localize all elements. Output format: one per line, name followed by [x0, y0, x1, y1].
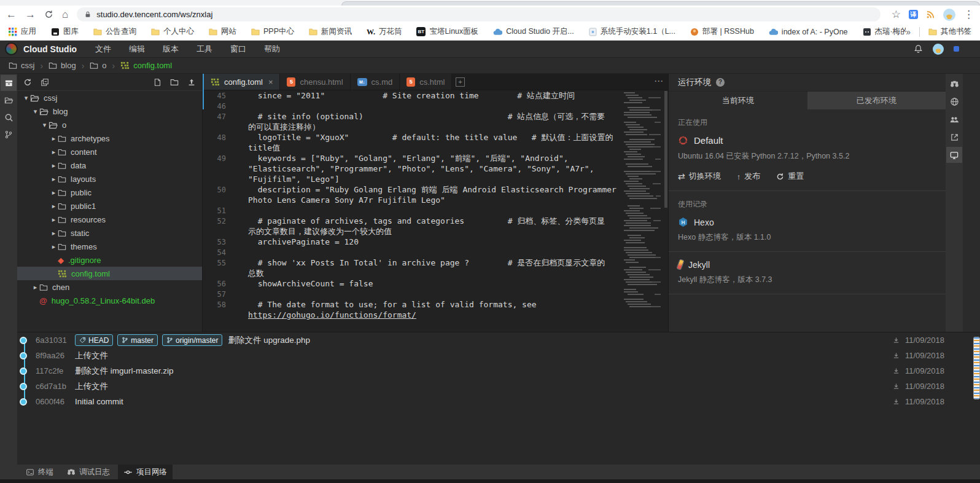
tree-item-hugo_0.58.2_Linux-64bit.deb[interactable]: @hugo_0.58.2_Linux-64bit.deb: [17, 294, 202, 307]
new-file-icon[interactable]: [154, 78, 161, 87]
bookmark-item[interactable]: 应用: [9, 26, 36, 37]
bookmark-item[interactable]: Cloud Studio 开启...: [493, 26, 574, 37]
statusbar-调试日志[interactable]: 调试日志: [61, 465, 115, 479]
tree-item-archetypes[interactable]: ▸archetypes: [17, 132, 202, 145]
menu-窗口[interactable]: 窗口: [230, 44, 246, 55]
env-action-切换环境[interactable]: ⇄切换环境: [678, 171, 721, 182]
menu-版本[interactable]: 版本: [163, 44, 179, 55]
new-tab-button[interactable]: +: [452, 74, 468, 90]
menu-文件[interactable]: 文件: [95, 44, 111, 55]
annotated-scrollbar[interactable]: [973, 337, 980, 399]
tab-more-icon[interactable]: ⋯: [654, 76, 663, 87]
git-branch-icon[interactable]: [1, 127, 17, 143]
globe-icon[interactable]: [946, 93, 962, 109]
breadcrumb-item[interactable]: cssj: [9, 61, 34, 70]
bookmark-item[interactable]: 个人中心: [151, 26, 194, 37]
debug-binoculars-icon[interactable]: [946, 76, 962, 92]
tree-item-config.toml[interactable]: config.toml: [17, 267, 202, 280]
breadcrumb-item[interactable]: blog: [49, 61, 76, 70]
bell-icon[interactable]: [914, 44, 923, 53]
breadcrumb-item[interactable]: o: [90, 61, 106, 70]
tree-item-public[interactable]: ▸public: [17, 186, 202, 199]
tree-item-chen[interactable]: ▸chen: [17, 280, 202, 294]
close-icon[interactable]: ×: [268, 77, 273, 87]
statusbar-终端[interactable]: 终端: [20, 465, 59, 479]
extension-mini-icon[interactable]: [954, 46, 959, 52]
editor-tab-chensu.html[interactable]: 5chensu.html: [280, 74, 350, 90]
bookmark-item[interactable]: 部署 | RSSHub: [690, 26, 754, 37]
editor-tab-cs.html[interactable]: 5cs.html: [400, 74, 452, 90]
env-action-发布[interactable]: ↑发布: [737, 171, 761, 182]
bookmarks-overflow-chevron[interactable]: »: [906, 27, 911, 37]
commit-row[interactable]: c6d7a1b上传文件11/09/2018: [17, 379, 980, 394]
browser-tab-strip: [0, 0, 980, 6]
git-ref-badge-HEAD[interactable]: HEAD: [75, 334, 113, 346]
bookmark-item[interactable]: PPP中心: [251, 26, 294, 37]
bookmark-item[interactable]: 系统手动安装1.1（L...: [589, 26, 675, 37]
bookmark-item[interactable]: 网站: [209, 26, 236, 37]
editor-tab-config.toml[interactable]: config.toml×: [203, 74, 280, 90]
upload-icon[interactable]: [187, 78, 196, 87]
bookmark-item[interactable]: 新闻资讯: [309, 26, 352, 37]
browser-menu-icon[interactable]: ⋮: [963, 8, 974, 21]
tree-item-layouts[interactable]: ▸layouts: [17, 172, 202, 186]
menu-帮助[interactable]: 帮助: [264, 44, 280, 55]
collaborators-icon[interactable]: [946, 111, 962, 127]
user-avatar[interactable]: [933, 44, 944, 55]
tree-item-o[interactable]: ▾o: [17, 118, 202, 132]
tree-item-themes[interactable]: ▸themes: [17, 240, 202, 253]
bookmark-item[interactable]: 杰瑞·梅的独立博客: [863, 26, 906, 37]
statusbar-项目网络[interactable]: 项目网络: [118, 465, 173, 479]
tree-item-.gitignore[interactable]: ◆.gitignore: [17, 253, 202, 267]
tree-item-resources[interactable]: ▸resources: [17, 213, 202, 226]
open-folder-icon[interactable]: [1, 92, 17, 108]
bookmark-item[interactable]: 公告查询: [93, 26, 136, 37]
commit-row[interactable]: 0600f46Initial commit11/09/2018: [17, 394, 980, 409]
translate-extension-icon[interactable]: 译: [909, 10, 918, 19]
code-area[interactable]: 45 since = "2011" # Site creation time #…: [203, 90, 619, 332]
bookmark-item[interactable]: W.万花筒: [367, 26, 402, 37]
env-tab-已发布环境[interactable]: 已发布环境: [807, 92, 946, 109]
search-icon[interactable]: [1, 109, 17, 125]
new-folder-icon[interactable]: [170, 78, 179, 86]
preview-monitor-icon[interactable]: [946, 147, 962, 163]
commit-row[interactable]: 6a31031HEADmasterorigin/master删除文件 upgra…: [17, 332, 980, 348]
forward-icon[interactable]: →: [25, 9, 36, 21]
bookmark-item[interactable]: BT宝塔Linux面板: [416, 26, 478, 37]
minimap[interactable]: [624, 92, 662, 308]
browser-avatar[interactable]: [943, 9, 955, 21]
usage-record-Hexo[interactable]: HHexoHexo 静态博客，版本 1.1.0: [678, 217, 936, 252]
env-action-重置[interactable]: 重置: [776, 171, 804, 182]
tree-item-cssj[interactable]: ▾cssj: [17, 91, 202, 104]
git-ref-badge-origin/master[interactable]: origin/master: [162, 334, 222, 346]
commit-row[interactable]: 117c2fe删除文件 imgurl-master.zip11/09/2018: [17, 363, 980, 379]
tree-item-blog[interactable]: ▾blog: [17, 104, 202, 118]
reload-icon[interactable]: [44, 10, 53, 19]
usage-record-Jekyll[interactable]: JekyllJekyll 静态博客，版本 3.7.3: [678, 259, 936, 294]
home-icon[interactable]: ⌂: [62, 9, 68, 21]
breadcrumb-item[interactable]: config.toml: [120, 61, 172, 70]
editor-scrollbar[interactable]: [664, 91, 667, 208]
menu-编辑[interactable]: 编辑: [129, 44, 145, 55]
share-external-icon[interactable]: [946, 129, 962, 145]
other-bookmarks[interactable]: 其他书签: [928, 26, 971, 37]
address-bar[interactable]: studio.dev.tencent.com/ws/znxlaj: [77, 7, 880, 22]
bookmark-star-icon[interactable]: ☆: [892, 8, 901, 21]
tree-item-content[interactable]: ▸content: [17, 145, 202, 159]
help-icon[interactable]: ?: [716, 78, 725, 87]
menu-工具[interactable]: 工具: [196, 44, 212, 55]
tree-item-data[interactable]: ▸data: [17, 159, 202, 172]
bookmark-item[interactable]: index of A: - PyOne: [769, 28, 848, 36]
commit-row[interactable]: 8f9aa26上传文件11/09/2018: [17, 348, 980, 363]
explorer-icon[interactable]: [1, 75, 17, 91]
tree-item-public1[interactable]: ▸public1: [17, 199, 202, 213]
git-ref-badge-master[interactable]: master: [117, 334, 158, 346]
tree-item-static[interactable]: ▸static: [17, 226, 202, 240]
refresh-icon[interactable]: [23, 78, 32, 87]
rss-extension-icon[interactable]: [926, 10, 935, 19]
editor-tab-cs.md[interactable]: M↓cs.md: [351, 74, 400, 90]
env-tab-当前环境[interactable]: 当前环境: [669, 92, 807, 109]
collapse-all-icon[interactable]: [41, 78, 49, 87]
back-icon[interactable]: ←: [6, 9, 17, 21]
bookmark-item[interactable]: 图库: [51, 26, 79, 37]
